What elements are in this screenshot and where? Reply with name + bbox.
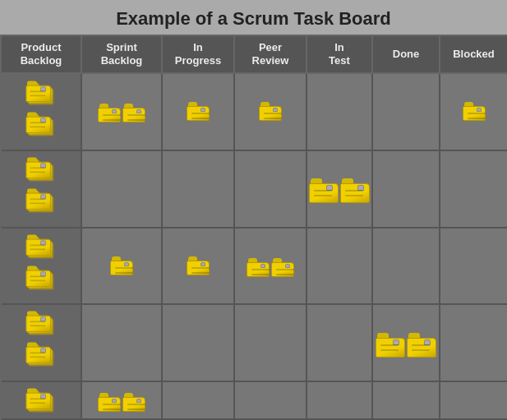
cell-r2-peer-review	[235, 228, 307, 306]
cell-r1-blocked	[440, 151, 507, 228]
cell-r2-sprint-backlog	[82, 228, 163, 306]
cell-r2-in-test	[307, 228, 373, 306]
cell-r0-in-test	[307, 74, 373, 151]
cell-r3-product-backlog	[2, 305, 82, 382]
page-title: Example of a Scrum Task Board	[0, 0, 507, 35]
cell-r3-peer-review	[235, 305, 307, 382]
cell-r4-sprint-backlog	[82, 382, 163, 420]
cell-r1-done	[373, 151, 440, 228]
page-wrapper: Example of a Scrum Task Board ProductBac…	[0, 0, 507, 420]
cell-r1-in-progress	[163, 151, 235, 228]
cell-r0-sprint-backlog	[82, 74, 163, 151]
cell-r0-in-progress	[163, 74, 235, 151]
cell-r4-product-backlog	[2, 382, 82, 420]
cell-r2-blocked	[440, 228, 507, 306]
cell-r4-in-test	[307, 382, 373, 420]
cell-r2-in-progress	[163, 228, 235, 306]
task-board: ProductBacklog SprintBacklog InProgress …	[0, 35, 507, 420]
cell-r0-blocked	[440, 74, 507, 151]
cell-r2-product-backlog	[2, 228, 82, 306]
col-header-product-backlog: ProductBacklog	[2, 36, 82, 74]
cell-r0-product-backlog	[2, 74, 82, 151]
cell-r3-in-test	[307, 305, 373, 382]
cell-r3-done	[373, 305, 440, 382]
cell-r4-done	[373, 382, 440, 420]
cell-r0-done	[373, 74, 440, 151]
col-header-done: Done	[373, 36, 440, 74]
cell-r4-peer-review	[235, 382, 307, 420]
col-header-sprint-backlog: SprintBacklog	[82, 36, 163, 74]
cell-r4-in-progress	[163, 382, 235, 420]
cell-r1-product-backlog	[2, 151, 82, 228]
cell-r1-in-test	[307, 151, 373, 228]
cell-r3-in-progress	[163, 305, 235, 382]
col-header-in-test: InTest	[307, 36, 373, 74]
col-header-blocked: Blocked	[440, 36, 507, 74]
col-header-in-progress: InProgress	[163, 36, 235, 74]
cell-r1-sprint-backlog	[82, 151, 163, 228]
cell-r3-blocked	[440, 305, 507, 382]
cell-r1-peer-review	[235, 151, 307, 228]
cell-r4-blocked	[440, 382, 507, 420]
cell-r3-sprint-backlog	[82, 305, 163, 382]
cell-r0-peer-review	[235, 74, 307, 151]
col-header-peer-review: PeerReview	[235, 36, 307, 74]
cell-r2-done	[373, 228, 440, 306]
